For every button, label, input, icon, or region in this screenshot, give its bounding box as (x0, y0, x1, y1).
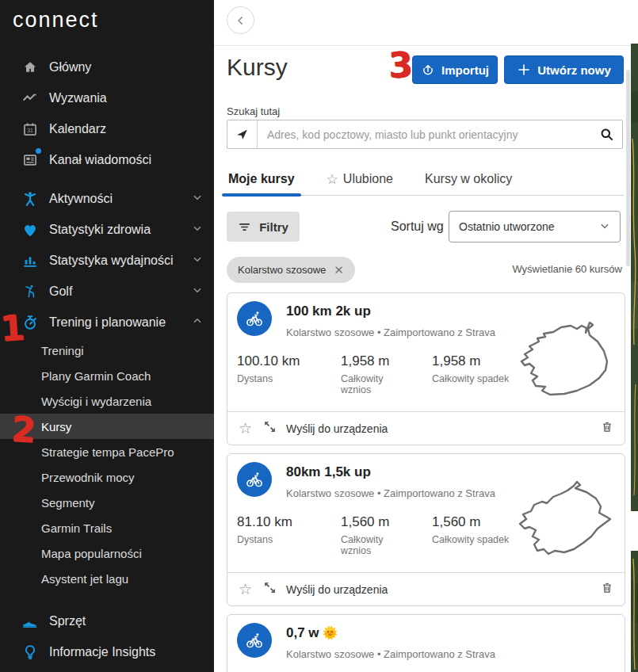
filter-chip-road-cycling[interactable]: Kolarstwo szosowe ✕ (227, 257, 355, 283)
stat-value: 100.10 km (237, 353, 319, 369)
import-button[interactable]: Importuj (412, 55, 498, 84)
results-count: Wyświetlanie 60 kursów (512, 263, 622, 275)
sidebar-item-calendar[interactable]: 31 Kalendarz (0, 113, 214, 144)
current-location-button[interactable] (227, 120, 258, 148)
filter-chip-label: Kolarstwo szosowe (238, 264, 326, 276)
sidebar-item-label: Kalendarz (49, 122, 106, 136)
sub-item-label: Garmin Trails (41, 521, 112, 535)
stat-label: Całkowity wznios (341, 534, 410, 556)
filters-button-label: Filtry (259, 220, 288, 234)
bar-chart-icon (21, 252, 39, 269)
activities-icon (21, 190, 39, 208)
sidebar-group-activities[interactable]: Aktywności (0, 183, 214, 214)
sidebar-item-workouts[interactable]: Treningi (0, 338, 214, 363)
sidebar-item-newsfeed[interactable]: Kanał wiadomości (0, 144, 214, 175)
course-card[interactable]: 0,7 w🌞 Kolarstwo szosowe • Zaimportowano… (227, 614, 625, 672)
cycling-icon (237, 623, 272, 658)
import-button-label: Importuj (441, 63, 489, 77)
sidebar-group-label: Statystyki zdrowia (49, 223, 151, 237)
sidebar-item-insights[interactable]: Informacje Insights (0, 636, 214, 667)
send-to-device-icon[interactable] (263, 581, 277, 598)
stat-label: Dystans (237, 534, 319, 545)
sub-item-label: Strategie tempa PacePro (41, 445, 174, 459)
sidebar-group-training-planning[interactable]: Trening i planowanie (0, 307, 214, 338)
map-preview-sliver (631, 44, 638, 672)
notification-dot (36, 148, 41, 154)
sidebar: connect Główny Wyzwania (0, 0, 214, 672)
annotation-2: 2 (10, 408, 36, 450)
main-content: Kursy Importuj Utwórz nowy Szukaj tutaj (214, 0, 638, 672)
heart-icon (21, 221, 39, 239)
shoe-icon (21, 613, 39, 630)
sidebar-group-label: Statystyka wydajności (49, 254, 174, 268)
create-button-label: Utwórz nowy (537, 63, 611, 77)
sub-item-label: Asystent jet lagu (41, 572, 128, 586)
favorite-star-icon[interactable]: ☆ (239, 419, 252, 437)
course-title: 100 km 2k up (286, 304, 495, 319)
sidebar-item-segments[interactable]: Segmenty (0, 490, 214, 515)
search-button[interactable] (590, 120, 622, 148)
sidebar-item-home[interactable]: Główny (0, 52, 214, 82)
sidebar-group-performance-stats[interactable]: Statystyka wydajności (0, 245, 214, 276)
send-to-device-icon[interactable] (263, 420, 277, 437)
tab-label: Ulubione (343, 172, 393, 186)
sidebar-item-power-guide[interactable]: Przewodnik mocy (0, 464, 214, 490)
tab-label: Kursy w okolicy (425, 172, 512, 186)
back-button[interactable] (227, 6, 254, 34)
course-card[interactable]: 80km 1,5k up Kolarstwo szosowe • Zaimpor… (227, 453, 625, 606)
route-thumbnail (498, 317, 617, 404)
delete-icon[interactable] (601, 420, 613, 437)
sidebar-group-label: Aktywności (49, 192, 113, 206)
send-to-device-label[interactable]: Wyślij do urządzenia (286, 583, 388, 596)
filters-button[interactable]: Filtry (227, 212, 300, 242)
stat-label: Dystans (237, 373, 319, 384)
chevron-down-icon (192, 254, 203, 268)
sidebar-group-label: Golf (49, 284, 72, 299)
favorite-star-icon[interactable]: ☆ (239, 580, 252, 598)
calendar-icon: 31 (21, 120, 39, 138)
send-to-device-label[interactable]: Wyślij do urządzenia (286, 422, 388, 435)
sidebar-item-garmin-trails[interactable]: Garmin Trails (0, 515, 214, 540)
scrollbar[interactable] (626, 70, 630, 266)
create-new-button[interactable]: Utwórz nowy (504, 55, 624, 84)
sidebar-item-popularity-map[interactable]: Mapa popularności (0, 540, 214, 566)
home-icon (21, 59, 39, 76)
sidebar-group-golf[interactable]: Golf (0, 276, 214, 307)
sidebar-item-label: Główny (49, 60, 91, 74)
upload-icon (421, 63, 435, 77)
sub-item-label: Wyścigi i wydarzenia (41, 395, 151, 408)
chevron-down-icon (192, 223, 203, 237)
annotation-3: 3 (388, 44, 413, 85)
location-search-bar (227, 120, 623, 149)
route-thumbnail (498, 478, 617, 565)
star-icon: ☆ (327, 171, 338, 188)
delete-icon[interactable] (601, 581, 613, 598)
stat-label: Całkowity wznios (341, 373, 410, 395)
sun-face-emoji: 🌞 (323, 626, 338, 640)
course-subtitle: Kolarstwo szosowe • Zaimportowano z Stra… (286, 487, 495, 499)
search-icon (599, 127, 614, 142)
tab-my-courses[interactable]: Moje kursy (227, 168, 296, 195)
course-subtitle: Kolarstwo szosowe • Zaimportowano z Stra… (286, 326, 495, 338)
stat-value: 1,958 m (341, 353, 410, 369)
sort-select[interactable]: Ostatnio utworzone (449, 211, 621, 242)
tab-favorites[interactable]: ☆ Ulubione (325, 168, 395, 195)
lightbulb-icon (21, 643, 39, 661)
cycling-icon (237, 462, 272, 497)
sub-item-label: Przewodnik mocy (41, 471, 135, 484)
sidebar-group-health-stats[interactable]: Statystyki zdrowia (0, 214, 214, 245)
chevron-left-icon (235, 14, 247, 27)
sidebar-item-challenges[interactable]: Wyzwania (0, 82, 214, 113)
search-input[interactable] (258, 120, 590, 148)
sidebar-item-garmin-coach-plans[interactable]: Plany Garmin Coach (0, 363, 214, 388)
course-title: 0,7 w🌞 (286, 625, 495, 641)
navigation-arrow-icon (235, 128, 249, 141)
sidebar-item-gear[interactable]: Sprzęt (0, 605, 214, 636)
course-card[interactable]: 100 km 2k up Kolarstwo szosowe • Zaimpor… (227, 292, 625, 445)
connect-logo: connect (13, 8, 214, 32)
sort-by-label: Sortuj wg (391, 220, 444, 234)
sidebar-item-jetlag-assistant[interactable]: Asystent jet lagu (0, 566, 214, 591)
sub-item-label: Mapa popularności (41, 547, 142, 560)
close-icon[interactable]: ✕ (334, 263, 344, 277)
tab-nearby-courses[interactable]: Kursy w okolicy (423, 168, 514, 195)
